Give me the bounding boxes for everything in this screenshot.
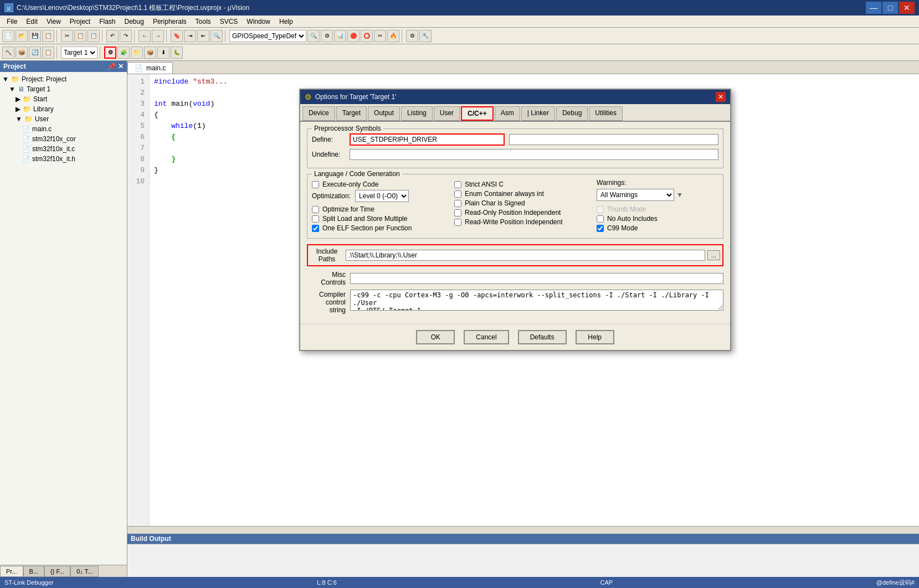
tb-debug-start[interactable]: 🐛 <box>171 47 183 59</box>
maximize-button[interactable]: □ <box>882 2 898 14</box>
tb-flash-download[interactable]: ⬇ <box>157 47 170 59</box>
define-input-extra[interactable] <box>509 134 718 145</box>
tb-disasm[interactable]: 📊 <box>334 30 346 42</box>
tb-inspect[interactable]: 🔴 <box>347 30 360 42</box>
sidebar-tab-project[interactable]: Pr... <box>0 566 23 577</box>
dialog-tab-device[interactable]: Device <box>302 106 335 121</box>
warnings-dropdown-icon[interactable]: ▼ <box>676 191 683 199</box>
editor-scrollbar-h[interactable] <box>127 526 919 534</box>
target-dropdown[interactable]: Target 1 <box>61 47 97 59</box>
tb-unindent[interactable]: ⇤ <box>197 30 209 42</box>
menu-peripherals[interactable]: Peripherals <box>148 17 191 27</box>
tree-target[interactable]: ▼ 🖥 Target 1 <box>9 84 125 94</box>
tree-file-stm32-it-h[interactable]: 📄 stm32f10x_it.h <box>22 154 125 164</box>
include-paths-browse-button[interactable]: ... <box>707 250 720 260</box>
optimization-select[interactable]: Level 0 (-O0) Level 1 (-O1) Level 2 (-O2… <box>355 190 409 202</box>
tb-paste[interactable]: 📋 <box>88 30 100 42</box>
menu-svcs[interactable]: SVCS <box>215 17 243 27</box>
tree-folder-user[interactable]: ▼ 📁 User <box>16 114 125 124</box>
tb-compile[interactable]: 🔨 <box>2 47 14 59</box>
menu-tools[interactable]: Tools <box>191 17 215 27</box>
warnings-select[interactable]: All Warnings No Warnings <box>597 189 674 201</box>
tb-fire[interactable]: 🔥 <box>387 30 399 42</box>
tb-rebuild[interactable]: 🔄 <box>29 47 41 59</box>
tb-settings[interactable]: ⚙ <box>406 30 418 42</box>
options-dialog[interactable]: ⚙ Options for Target 'Target 1' ✕ Device… <box>299 89 731 351</box>
dialog-defaults-button[interactable]: Defaults <box>518 330 567 344</box>
minimize-button[interactable]: — <box>866 2 881 14</box>
dialog-tab-target[interactable]: Target <box>336 106 367 121</box>
tree-folder-start[interactable]: ▶ 📁 Start <box>16 94 125 104</box>
tb-nav-back[interactable]: ← <box>138 30 151 42</box>
menu-window[interactable]: Window <box>242 17 275 27</box>
tb-jump[interactable]: ⚙ <box>321 30 333 42</box>
dialog-tab-user[interactable]: User <box>434 106 460 121</box>
split-load-checkbox[interactable] <box>312 215 319 223</box>
misc-controls-input[interactable] <box>350 273 723 284</box>
tb-save[interactable]: 💾 <box>29 30 41 42</box>
tree-file-stm32-conf[interactable]: 📄 stm32f10x_cor <box>22 134 125 144</box>
read-write-pos-checkbox[interactable] <box>454 219 461 226</box>
tb-redo[interactable]: ↷ <box>120 30 132 42</box>
tb-save-all[interactable]: 📋 <box>42 30 54 42</box>
menu-debug[interactable]: Debug <box>120 17 148 27</box>
menu-help[interactable]: Help <box>275 17 297 27</box>
one-elf-checkbox[interactable] <box>312 225 319 232</box>
plain-char-checkbox[interactable] <box>454 200 461 207</box>
dialog-cancel-button[interactable]: Cancel <box>464 330 509 344</box>
tb-indent[interactable]: ⇥ <box>184 30 196 42</box>
optimize-time-checkbox[interactable] <box>312 206 319 213</box>
dialog-tab-listing[interactable]: Listing <box>401 106 433 121</box>
thumb-mode-checkbox[interactable] <box>597 206 604 213</box>
tb-build[interactable]: 📦 <box>16 47 28 59</box>
tb-search[interactable]: 🔍 <box>211 30 223 42</box>
tb-circle[interactable]: ⭕ <box>361 30 373 42</box>
compiler-ctrl-input[interactable]: -c99 -c -cpu Cortex-M3 -g -O0 -apcs=inte… <box>350 290 723 311</box>
close-button[interactable]: ✕ <box>899 2 915 14</box>
no-auto-includes-checkbox[interactable] <box>597 215 604 223</box>
tb-new[interactable]: 📄 <box>2 30 14 42</box>
menu-edit[interactable]: Edit <box>22 17 42 27</box>
undefine-input[interactable] <box>350 149 718 160</box>
sidebar-pin-icon[interactable]: 📌 <box>107 63 116 70</box>
dialog-close-button[interactable]: ✕ <box>716 92 726 102</box>
include-paths-input[interactable] <box>346 250 705 261</box>
sidebar-tab-functions[interactable]: {} F... <box>44 566 70 577</box>
enum-container-checkbox[interactable] <box>454 190 461 198</box>
tb-scissors[interactable]: ✂ <box>374 30 386 42</box>
sidebar-tab-books[interactable]: B... <box>23 566 45 577</box>
menu-view[interactable]: View <box>42 17 65 27</box>
read-only-pos-checkbox[interactable] <box>454 209 461 216</box>
tree-file-main[interactable]: 📄 main.c <box>22 124 125 134</box>
tb-options-button[interactable]: ⚙ <box>104 47 116 59</box>
dialog-tab-utilities[interactable]: Utilities <box>589 106 623 121</box>
search-dropdown[interactable]: GPIOSpeed_TypeDef <box>229 30 306 42</box>
tb-manage[interactable]: 📁 <box>131 47 143 59</box>
tree-project-root[interactable]: ▼ 📁 Project: Project <box>2 74 125 84</box>
editor-tab-main[interactable]: 📄 main.c <box>127 62 173 74</box>
tb-undo[interactable]: ↶ <box>106 30 119 42</box>
execute-only-checkbox[interactable] <box>312 181 319 188</box>
menu-flash[interactable]: Flash <box>95 17 120 27</box>
dialog-tab-debug[interactable]: Debug <box>556 106 588 121</box>
tb-cut[interactable]: ✂ <box>61 30 73 42</box>
dialog-tab-cpp[interactable]: C/C++ <box>461 106 494 121</box>
tree-folder-library[interactable]: ▶ 📁 Library <box>16 104 125 114</box>
tb-batch[interactable]: 📋 <box>42 47 54 59</box>
tb-nav-fwd[interactable]: → <box>152 30 164 42</box>
c99-mode-checkbox[interactable] <box>597 225 604 232</box>
tb-copy[interactable]: 📋 <box>74 30 86 42</box>
sidebar-tab-templates[interactable]: 0↓ T... <box>70 566 99 577</box>
tb-find-all[interactable]: 🔍 <box>307 30 320 42</box>
tb-open[interactable]: 📂 <box>16 30 28 42</box>
define-input[interactable] <box>350 133 505 146</box>
dialog-tab-output[interactable]: Output <box>368 106 400 121</box>
sidebar-close-icon[interactable]: ✕ <box>118 63 124 70</box>
menu-project[interactable]: Project <box>65 17 95 27</box>
dialog-tab-linker[interactable]: | Linker <box>521 106 555 121</box>
tb-packages[interactable]: 📦 <box>144 47 156 59</box>
dialog-ok-button[interactable]: OK <box>416 330 455 344</box>
dialog-help-button[interactable]: Help <box>576 330 614 344</box>
tb-wrench[interactable]: 🔧 <box>419 30 432 42</box>
tree-file-stm32-it-c[interactable]: 📄 stm32f10x_it.c <box>22 144 125 154</box>
